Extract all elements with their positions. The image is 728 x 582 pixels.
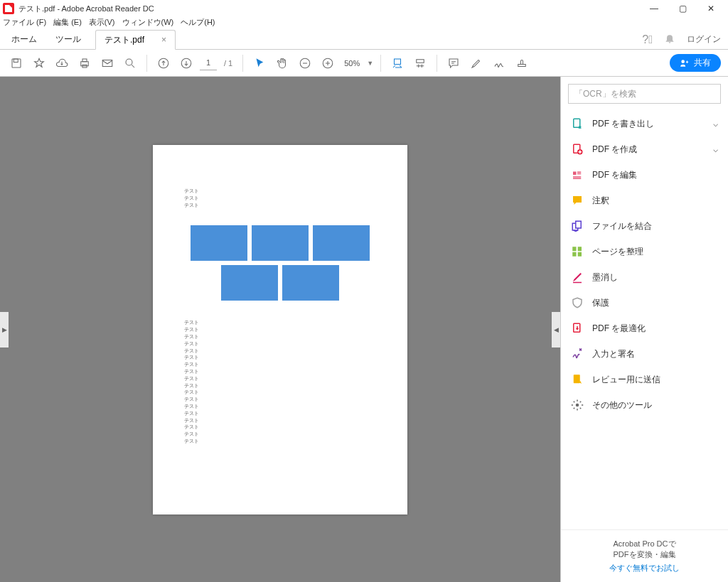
- menu-help[interactable]: ヘルプ(H): [181, 17, 215, 30]
- tool-icon: [571, 220, 584, 232]
- doc-text-line: テスト: [184, 375, 376, 382]
- doc-text-line: テスト: [184, 188, 376, 195]
- tool-item-2[interactable]: PDF を編集: [561, 162, 728, 188]
- tab-file-label: テスト.pdf: [105, 34, 144, 46]
- mail-icon[interactable]: [98, 54, 117, 72]
- cursor-icon[interactable]: [250, 54, 269, 72]
- promo-box: Acrobat Pro DCで PDFを変換・編集 今すぐ無料でお試し: [561, 529, 728, 582]
- tab-file[interactable]: テスト.pdf ×: [95, 30, 176, 50]
- doc-text-line: テスト: [184, 403, 376, 410]
- share-button[interactable]: 共有: [670, 54, 721, 72]
- tool-item-11[interactable]: その他のツール: [561, 392, 728, 418]
- menu-window[interactable]: ウィンドウ(W): [122, 17, 174, 30]
- tab-bar: ホーム ツール テスト.pdf × ?⃝ ログイン: [0, 30, 728, 50]
- title-bar: テスト.pdf - Adobe Acrobat Reader DC — ▢ ✕: [0, 0, 728, 17]
- minimize-button[interactable]: —: [640, 0, 668, 17]
- search-placeholder: 「OCR」を検索: [574, 88, 636, 100]
- zoom-select[interactable]: 50%: [341, 59, 363, 68]
- cloud-icon[interactable]: [53, 54, 71, 72]
- svg-rect-3: [82, 59, 87, 62]
- svg-rect-20: [576, 221, 582, 228]
- tool-item-4[interactable]: ファイルを結合: [561, 213, 728, 239]
- share-label: 共有: [694, 57, 711, 69]
- doc-text-line: テスト: [184, 438, 376, 445]
- doc-text-line: テスト: [184, 389, 376, 396]
- doc-text-line: テスト: [184, 333, 376, 340]
- search-icon[interactable]: [121, 54, 139, 72]
- svg-point-27: [576, 404, 579, 407]
- panel-expand-right[interactable]: ◀: [552, 312, 560, 347]
- svg-rect-1: [14, 59, 18, 63]
- bell-icon[interactable]: [664, 33, 675, 47]
- search-input[interactable]: 「OCR」を検索: [568, 84, 721, 104]
- comment-icon[interactable]: [444, 54, 463, 72]
- tool-icon: [571, 194, 584, 207]
- prev-page-icon[interactable]: [154, 54, 173, 72]
- stamp-icon[interactable]: [513, 54, 531, 72]
- tool-item-3[interactable]: 注釈: [561, 188, 728, 213]
- svg-rect-12: [417, 59, 424, 63]
- doc-text-line: テスト: [184, 417, 376, 424]
- tool-label: ファイルを結合: [592, 220, 652, 232]
- maximize-button[interactable]: ▢: [668, 0, 697, 17]
- zoom-out-icon[interactable]: [296, 54, 314, 72]
- tool-label: ページを整理: [592, 246, 643, 258]
- tool-item-6[interactable]: 墨消し: [561, 264, 728, 290]
- sign-icon[interactable]: [490, 54, 508, 72]
- menu-edit[interactable]: 編集 (E): [53, 17, 82, 30]
- tool-item-8[interactable]: PDF を最適化: [561, 316, 728, 341]
- tool-item-7[interactable]: 保護: [561, 290, 728, 316]
- fit-page-icon[interactable]: [411, 54, 429, 72]
- next-page-icon[interactable]: [177, 54, 196, 72]
- tool-label: その他のツール: [592, 399, 652, 411]
- menu-view[interactable]: 表示(V): [89, 17, 115, 30]
- document-viewport[interactable]: ▶ ◀ テストテストテスト テストテストテストテストテストテストテストテストテス…: [0, 77, 560, 582]
- page-total: / 1: [221, 59, 235, 68]
- doc-text-line: テスト: [184, 195, 376, 202]
- star-icon[interactable]: [30, 54, 48, 72]
- svg-rect-26: [574, 374, 580, 383]
- highlight-icon[interactable]: [467, 54, 486, 72]
- doc-text-line: テスト: [184, 319, 376, 326]
- tool-item-0[interactable]: PDF を書き出し⌵: [561, 111, 728, 136]
- print-icon[interactable]: [75, 54, 94, 72]
- tab-tools[interactable]: ツール: [51, 31, 85, 48]
- help-icon[interactable]: ?⃝: [642, 33, 653, 46]
- tool-label: PDF を作成: [592, 144, 637, 156]
- tool-label: PDF を編集: [592, 169, 637, 181]
- zoom-dropdown-icon[interactable]: ▼: [367, 60, 373, 67]
- fit-width-icon[interactable]: [388, 54, 407, 72]
- tool-icon: [571, 296, 584, 309]
- separator: [437, 55, 437, 72]
- save-icon[interactable]: [7, 54, 26, 72]
- login-button[interactable]: ログイン: [687, 33, 721, 45]
- svg-rect-24: [578, 252, 582, 257]
- doc-text-line: テスト: [184, 354, 376, 361]
- separator: [242, 55, 243, 72]
- app-icon: [3, 3, 14, 14]
- close-button[interactable]: ✕: [697, 0, 725, 17]
- page-number-input[interactable]: [200, 56, 217, 70]
- tool-item-5[interactable]: ページを整理: [561, 239, 728, 264]
- doc-text-line: テスト: [184, 326, 376, 333]
- doc-text-line: テスト: [184, 424, 376, 431]
- doc-text-line: テスト: [184, 368, 376, 375]
- tool-item-9[interactable]: 入力と署名: [561, 341, 728, 367]
- menu-file[interactable]: ファイル (F): [3, 17, 46, 30]
- zoom-in-icon[interactable]: [318, 54, 337, 72]
- panel-expand-left[interactable]: ▶: [0, 312, 9, 347]
- promo-line2: PDFを変換・編集: [569, 549, 719, 560]
- tab-home[interactable]: ホーム: [7, 31, 41, 48]
- hand-icon[interactable]: [273, 54, 291, 72]
- tool-item-10[interactable]: レビュー用に送信: [561, 367, 728, 392]
- tool-icon: [571, 117, 584, 130]
- promo-link[interactable]: 今すぐ無料でお試し: [569, 563, 719, 573]
- tool-label: 注釈: [592, 195, 609, 207]
- tool-icon: [571, 245, 584, 258]
- tool-icon: [571, 399, 584, 411]
- promo-line1: Acrobat Pro DCで: [569, 539, 719, 549]
- svg-rect-2: [81, 61, 89, 65]
- svg-rect-23: [578, 247, 582, 251]
- tab-close-icon[interactable]: ×: [161, 35, 166, 45]
- tool-item-1[interactable]: PDF を作成⌵: [561, 136, 728, 162]
